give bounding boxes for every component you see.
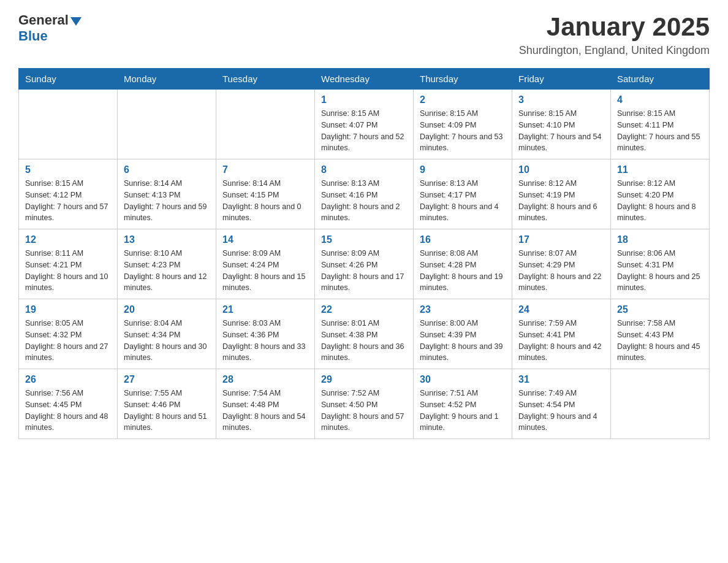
header-row: SundayMondayTuesdayWednesdayThursdayFrid…: [19, 69, 710, 90]
day-info: Sunrise: 8:00 AM Sunset: 4:39 PM Dayligh…: [420, 318, 506, 364]
day-number: 24: [518, 304, 604, 315]
day-info: Sunrise: 8:14 AM Sunset: 4:13 PM Dayligh…: [124, 178, 210, 224]
day-number: 14: [222, 234, 308, 245]
calendar-header: SundayMondayTuesdayWednesdayThursdayFrid…: [19, 69, 710, 90]
day-info: Sunrise: 8:15 AM Sunset: 4:11 PM Dayligh…: [617, 108, 703, 154]
day-number: 13: [124, 234, 210, 245]
day-number: 29: [321, 374, 407, 385]
day-number: 17: [518, 234, 604, 245]
day-number: 21: [222, 304, 308, 315]
calendar-cell: 24Sunrise: 7:59 AM Sunset: 4:41 PM Dayli…: [512, 299, 611, 369]
day-number: 10: [518, 164, 604, 175]
calendar-cell: 28Sunrise: 7:54 AM Sunset: 4:48 PM Dayli…: [216, 369, 315, 439]
logo-general-text: General: [18, 12, 69, 28]
calendar-body: 1Sunrise: 8:15 AM Sunset: 4:07 PM Daylig…: [19, 90, 710, 439]
day-number: 2: [420, 94, 506, 105]
calendar-subtitle: Shurdington, England, United Kingdom: [519, 44, 710, 57]
day-info: Sunrise: 8:15 AM Sunset: 4:07 PM Dayligh…: [321, 108, 407, 154]
logo-triangle-icon: [70, 17, 82, 26]
day-info: Sunrise: 8:10 AM Sunset: 4:23 PM Dayligh…: [124, 248, 210, 294]
calendar-cell: 29Sunrise: 7:52 AM Sunset: 4:50 PM Dayli…: [315, 369, 414, 439]
col-header-monday: Monday: [118, 69, 216, 90]
logo-blue-text: Blue: [18, 28, 48, 44]
calendar-cell: 22Sunrise: 8:01 AM Sunset: 4:38 PM Dayli…: [315, 299, 414, 369]
col-header-saturday: Saturday: [611, 69, 710, 90]
calendar-cell: 12Sunrise: 8:11 AM Sunset: 4:21 PM Dayli…: [19, 229, 118, 299]
col-header-thursday: Thursday: [414, 69, 512, 90]
day-info: Sunrise: 7:55 AM Sunset: 4:46 PM Dayligh…: [124, 388, 210, 434]
day-info: Sunrise: 8:15 AM Sunset: 4:10 PM Dayligh…: [518, 108, 604, 154]
day-number: 9: [420, 164, 506, 175]
day-number: 3: [518, 94, 604, 105]
calendar-cell: 4Sunrise: 8:15 AM Sunset: 4:11 PM Daylig…: [611, 90, 710, 159]
week-row-5: 26Sunrise: 7:56 AM Sunset: 4:45 PM Dayli…: [19, 369, 710, 439]
calendar-cell: 27Sunrise: 7:55 AM Sunset: 4:46 PM Dayli…: [118, 369, 216, 439]
day-number: 11: [617, 164, 703, 175]
day-info: Sunrise: 7:51 AM Sunset: 4:52 PM Dayligh…: [420, 388, 506, 434]
day-info: Sunrise: 8:09 AM Sunset: 4:26 PM Dayligh…: [321, 248, 407, 294]
calendar-cell: 6Sunrise: 8:14 AM Sunset: 4:13 PM Daylig…: [118, 159, 216, 229]
calendar-cell: 3Sunrise: 8:15 AM Sunset: 4:10 PM Daylig…: [512, 90, 611, 159]
day-info: Sunrise: 7:54 AM Sunset: 4:48 PM Dayligh…: [222, 388, 308, 434]
day-number: 16: [420, 234, 506, 245]
day-info: Sunrise: 8:12 AM Sunset: 4:19 PM Dayligh…: [518, 178, 604, 224]
calendar-cell: 31Sunrise: 7:49 AM Sunset: 4:54 PM Dayli…: [512, 369, 611, 439]
logo: General Blue: [18, 12, 82, 44]
col-header-sunday: Sunday: [19, 69, 118, 90]
calendar-cell: 18Sunrise: 8:06 AM Sunset: 4:31 PM Dayli…: [611, 229, 710, 299]
day-info: Sunrise: 8:11 AM Sunset: 4:21 PM Dayligh…: [25, 248, 111, 294]
day-number: 22: [321, 304, 407, 315]
day-number: 23: [420, 304, 506, 315]
day-number: 18: [617, 234, 703, 245]
day-number: 28: [222, 374, 308, 385]
calendar-cell: [118, 90, 216, 159]
day-number: 25: [617, 304, 703, 315]
day-info: Sunrise: 8:13 AM Sunset: 4:17 PM Dayligh…: [420, 178, 506, 224]
day-info: Sunrise: 8:01 AM Sunset: 4:38 PM Dayligh…: [321, 318, 407, 364]
day-info: Sunrise: 7:52 AM Sunset: 4:50 PM Dayligh…: [321, 388, 407, 434]
calendar-cell: [19, 90, 118, 159]
week-row-4: 19Sunrise: 8:05 AM Sunset: 4:32 PM Dayli…: [19, 299, 710, 369]
calendar-cell: 30Sunrise: 7:51 AM Sunset: 4:52 PM Dayli…: [414, 369, 512, 439]
day-info: Sunrise: 7:56 AM Sunset: 4:45 PM Dayligh…: [25, 388, 111, 434]
calendar-cell: 9Sunrise: 8:13 AM Sunset: 4:17 PM Daylig…: [414, 159, 512, 229]
calendar-cell: 21Sunrise: 8:03 AM Sunset: 4:36 PM Dayli…: [216, 299, 315, 369]
title-block: January 2025 Shurdington, England, Unite…: [519, 12, 710, 57]
day-info: Sunrise: 8:13 AM Sunset: 4:16 PM Dayligh…: [321, 178, 407, 224]
calendar-cell: 14Sunrise: 8:09 AM Sunset: 4:24 PM Dayli…: [216, 229, 315, 299]
day-number: 26: [25, 374, 111, 385]
day-info: Sunrise: 8:08 AM Sunset: 4:28 PM Dayligh…: [420, 248, 506, 294]
day-info: Sunrise: 7:49 AM Sunset: 4:54 PM Dayligh…: [518, 388, 604, 434]
day-info: Sunrise: 8:07 AM Sunset: 4:29 PM Dayligh…: [518, 248, 604, 294]
page-header: General Blue January 2025 Shurdington, E…: [18, 12, 710, 57]
day-number: 31: [518, 374, 604, 385]
day-number: 4: [617, 94, 703, 105]
day-number: 19: [25, 304, 111, 315]
day-number: 15: [321, 234, 407, 245]
week-row-1: 1Sunrise: 8:15 AM Sunset: 4:07 PM Daylig…: [19, 90, 710, 159]
day-number: 12: [25, 234, 111, 245]
calendar-cell: 8Sunrise: 8:13 AM Sunset: 4:16 PM Daylig…: [315, 159, 414, 229]
calendar-cell: 7Sunrise: 8:14 AM Sunset: 4:15 PM Daylig…: [216, 159, 315, 229]
calendar-cell: 11Sunrise: 8:12 AM Sunset: 4:20 PM Dayli…: [611, 159, 710, 229]
week-row-2: 5Sunrise: 8:15 AM Sunset: 4:12 PM Daylig…: [19, 159, 710, 229]
calendar-title: January 2025: [519, 12, 710, 42]
calendar-cell: 20Sunrise: 8:04 AM Sunset: 4:34 PM Dayli…: [118, 299, 216, 369]
col-header-friday: Friday: [512, 69, 611, 90]
day-number: 7: [222, 164, 308, 175]
calendar-cell: 17Sunrise: 8:07 AM Sunset: 4:29 PM Dayli…: [512, 229, 611, 299]
day-number: 1: [321, 94, 407, 105]
day-info: Sunrise: 8:04 AM Sunset: 4:34 PM Dayligh…: [124, 318, 210, 364]
calendar-cell: 5Sunrise: 8:15 AM Sunset: 4:12 PM Daylig…: [19, 159, 118, 229]
day-number: 8: [321, 164, 407, 175]
day-number: 5: [25, 164, 111, 175]
week-row-3: 12Sunrise: 8:11 AM Sunset: 4:21 PM Dayli…: [19, 229, 710, 299]
calendar-cell: 19Sunrise: 8:05 AM Sunset: 4:32 PM Dayli…: [19, 299, 118, 369]
day-info: Sunrise: 8:12 AM Sunset: 4:20 PM Dayligh…: [617, 178, 703, 224]
calendar-cell: 15Sunrise: 8:09 AM Sunset: 4:26 PM Dayli…: [315, 229, 414, 299]
day-info: Sunrise: 8:05 AM Sunset: 4:32 PM Dayligh…: [25, 318, 111, 364]
col-header-tuesday: Tuesday: [216, 69, 315, 90]
calendar-cell: 25Sunrise: 7:58 AM Sunset: 4:43 PM Dayli…: [611, 299, 710, 369]
day-info: Sunrise: 7:59 AM Sunset: 4:41 PM Dayligh…: [518, 318, 604, 364]
calendar-cell: [216, 90, 315, 159]
